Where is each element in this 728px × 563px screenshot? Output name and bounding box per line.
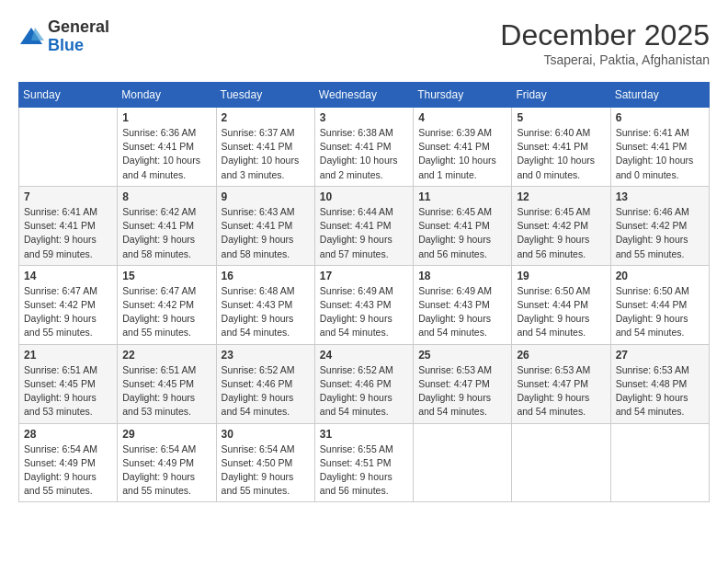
calendar-cell: 18Sunrise: 6:49 AM Sunset: 4:43 PM Dayli… (414, 265, 512, 344)
logo-icon (18, 24, 44, 50)
day-info: Sunrise: 6:46 AM Sunset: 4:42 PM Dayligh… (616, 205, 704, 261)
day-info: Sunrise: 6:51 AM Sunset: 4:45 PM Dayligh… (122, 363, 210, 419)
day-number: 20 (616, 270, 704, 282)
calendar-cell: 23Sunrise: 6:52 AM Sunset: 4:46 PM Dayli… (216, 344, 314, 423)
calendar-cell: 7Sunrise: 6:41 AM Sunset: 4:41 PM Daylig… (19, 186, 118, 265)
day-number: 29 (122, 428, 210, 441)
day-number: 13 (616, 190, 704, 203)
calendar-cell: 3Sunrise: 6:38 AM Sunset: 4:41 PM Daylig… (314, 108, 413, 187)
day-info: Sunrise: 6:41 AM Sunset: 4:41 PM Dayligh… (24, 205, 112, 261)
day-number: 8 (122, 190, 210, 203)
day-info: Sunrise: 6:45 AM Sunset: 4:42 PM Dayligh… (517, 205, 605, 261)
day-number: 5 (517, 111, 605, 124)
calendar-cell: 24Sunrise: 6:52 AM Sunset: 4:46 PM Dayli… (314, 344, 413, 423)
day-number: 31 (320, 428, 408, 441)
day-info: Sunrise: 6:48 AM Sunset: 4:43 PM Dayligh… (222, 284, 310, 340)
calendar-week-row: 1Sunrise: 6:36 AM Sunset: 4:41 PM Daylig… (19, 108, 710, 187)
calendar-cell: 6Sunrise: 6:41 AM Sunset: 4:41 PM Daylig… (610, 108, 709, 187)
day-number: 16 (222, 270, 310, 282)
day-number: 11 (418, 190, 506, 203)
calendar-cell: 12Sunrise: 6:45 AM Sunset: 4:42 PM Dayli… (512, 186, 610, 265)
day-info: Sunrise: 6:53 AM Sunset: 4:48 PM Dayligh… (616, 363, 704, 419)
calendar-cell: 16Sunrise: 6:48 AM Sunset: 4:43 PM Dayli… (216, 265, 314, 344)
day-number: 3 (320, 111, 408, 124)
calendar-week-row: 28Sunrise: 6:54 AM Sunset: 4:49 PM Dayli… (19, 423, 710, 502)
day-info: Sunrise: 6:42 AM Sunset: 4:41 PM Dayligh… (122, 205, 210, 261)
day-number: 18 (418, 270, 506, 282)
day-info: Sunrise: 6:37 AM Sunset: 4:41 PM Dayligh… (222, 126, 310, 182)
calendar-cell: 15Sunrise: 6:47 AM Sunset: 4:42 PM Dayli… (118, 265, 216, 344)
calendar-cell (414, 423, 512, 502)
day-number: 12 (517, 190, 605, 203)
calendar-cell: 31Sunrise: 6:55 AM Sunset: 4:51 PM Dayli… (314, 423, 413, 502)
title-block: December 2025 Tsaperai, Paktia, Afghanis… (500, 18, 710, 67)
day-number: 30 (222, 428, 310, 441)
calendar-cell: 28Sunrise: 6:54 AM Sunset: 4:49 PM Dayli… (19, 423, 118, 502)
month-title: December 2025 (500, 18, 710, 52)
calendar-cell: 25Sunrise: 6:53 AM Sunset: 4:47 PM Dayli… (414, 344, 512, 423)
calendar-cell: 1Sunrise: 6:36 AM Sunset: 4:41 PM Daylig… (118, 108, 216, 187)
calendar-cell: 26Sunrise: 6:53 AM Sunset: 4:47 PM Dayli… (512, 344, 610, 423)
day-info: Sunrise: 6:54 AM Sunset: 4:50 PM Dayligh… (222, 442, 310, 499)
page-header: General Blue December 2025 Tsaperai, Pak… (18, 18, 710, 67)
day-info: Sunrise: 6:36 AM Sunset: 4:41 PM Dayligh… (122, 126, 210, 182)
day-number: 10 (320, 190, 408, 203)
day-info: Sunrise: 6:43 AM Sunset: 4:41 PM Dayligh… (222, 205, 310, 261)
day-info: Sunrise: 6:54 AM Sunset: 4:49 PM Dayligh… (122, 442, 210, 499)
weekday-header: Tuesday (216, 83, 314, 108)
weekday-header: Friday (512, 83, 610, 108)
day-info: Sunrise: 6:44 AM Sunset: 4:41 PM Dayligh… (320, 205, 408, 261)
calendar-week-row: 7Sunrise: 6:41 AM Sunset: 4:41 PM Daylig… (19, 186, 710, 265)
day-number: 23 (222, 349, 310, 362)
day-info: Sunrise: 6:45 AM Sunset: 4:41 PM Dayligh… (418, 205, 506, 261)
calendar-cell: 17Sunrise: 6:49 AM Sunset: 4:43 PM Dayli… (314, 265, 413, 344)
day-info: Sunrise: 6:54 AM Sunset: 4:49 PM Dayligh… (24, 442, 112, 499)
calendar-week-row: 21Sunrise: 6:51 AM Sunset: 4:45 PM Dayli… (19, 344, 710, 423)
calendar-cell: 5Sunrise: 6:40 AM Sunset: 4:41 PM Daylig… (512, 108, 610, 187)
day-info: Sunrise: 6:47 AM Sunset: 4:42 PM Dayligh… (24, 284, 112, 340)
day-info: Sunrise: 6:49 AM Sunset: 4:43 PM Dayligh… (418, 284, 506, 340)
day-number: 25 (418, 349, 506, 362)
weekday-header: Wednesday (314, 83, 413, 108)
logo-text: General Blue (48, 18, 109, 55)
calendar-cell: 22Sunrise: 6:51 AM Sunset: 4:45 PM Dayli… (118, 344, 216, 423)
calendar-cell: 9Sunrise: 6:43 AM Sunset: 4:41 PM Daylig… (216, 186, 314, 265)
calendar-cell: 19Sunrise: 6:50 AM Sunset: 4:44 PM Dayli… (512, 265, 610, 344)
calendar-cell: 21Sunrise: 6:51 AM Sunset: 4:45 PM Dayli… (19, 344, 118, 423)
svg-marker-1 (31, 28, 44, 40)
day-number: 14 (24, 270, 112, 282)
weekday-header: Saturday (610, 83, 709, 108)
calendar-cell: 10Sunrise: 6:44 AM Sunset: 4:41 PM Dayli… (314, 186, 413, 265)
day-number: 28 (24, 428, 112, 441)
calendar-week-row: 14Sunrise: 6:47 AM Sunset: 4:42 PM Dayli… (19, 265, 710, 344)
day-info: Sunrise: 6:52 AM Sunset: 4:46 PM Dayligh… (320, 363, 408, 419)
day-number: 26 (517, 349, 605, 362)
day-number: 6 (616, 111, 704, 124)
day-number: 7 (24, 190, 112, 203)
calendar-cell (610, 423, 709, 502)
calendar-header-row: SundayMondayTuesdayWednesdayThursdayFrid… (19, 83, 710, 108)
day-info: Sunrise: 6:55 AM Sunset: 4:51 PM Dayligh… (320, 442, 408, 499)
calendar-cell (512, 423, 610, 502)
day-info: Sunrise: 6:53 AM Sunset: 4:47 PM Dayligh… (418, 363, 506, 419)
calendar-cell: 30Sunrise: 6:54 AM Sunset: 4:50 PM Dayli… (216, 423, 314, 502)
calendar-cell: 11Sunrise: 6:45 AM Sunset: 4:41 PM Dayli… (414, 186, 512, 265)
logo-general: General (48, 18, 109, 37)
day-number: 9 (222, 190, 310, 203)
day-number: 1 (122, 111, 210, 124)
logo: General Blue (18, 18, 109, 55)
weekday-header: Sunday (19, 83, 118, 108)
day-number: 2 (222, 111, 310, 124)
calendar-cell (19, 108, 118, 187)
weekday-header: Monday (118, 83, 216, 108)
day-info: Sunrise: 6:41 AM Sunset: 4:41 PM Dayligh… (616, 126, 704, 182)
day-info: Sunrise: 6:38 AM Sunset: 4:41 PM Dayligh… (320, 126, 408, 182)
location: Tsaperai, Paktia, Afghanistan (500, 52, 710, 67)
day-info: Sunrise: 6:40 AM Sunset: 4:41 PM Dayligh… (517, 126, 605, 182)
day-info: Sunrise: 6:53 AM Sunset: 4:47 PM Dayligh… (517, 363, 605, 419)
day-info: Sunrise: 6:39 AM Sunset: 4:41 PM Dayligh… (418, 126, 506, 182)
day-info: Sunrise: 6:52 AM Sunset: 4:46 PM Dayligh… (222, 363, 310, 419)
day-number: 24 (320, 349, 408, 362)
day-number: 17 (320, 270, 408, 282)
calendar-cell: 4Sunrise: 6:39 AM Sunset: 4:41 PM Daylig… (414, 108, 512, 187)
